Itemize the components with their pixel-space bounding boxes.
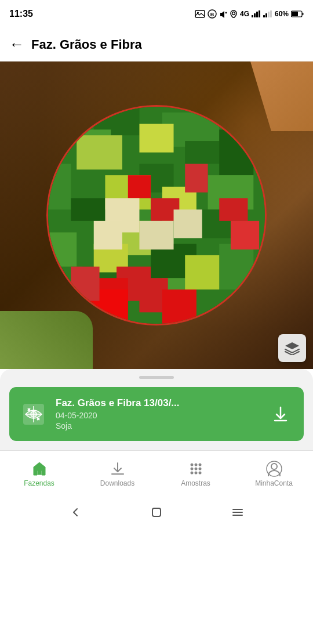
home-system-button[interactable] (147, 503, 166, 522)
svg-point-61 (31, 411, 37, 417)
svg-rect-68 (38, 470, 41, 475)
layers-button[interactable] (278, 334, 306, 362)
bottom-navigation: Fazendas Downloads (0, 450, 313, 497)
minha-conta-label: MinhaConta (255, 479, 293, 487)
svg-rect-47 (162, 290, 196, 324)
svg-rect-11 (263, 15, 265, 17)
sheet-handle (139, 376, 174, 379)
card-title: Faz. Grãos e Fibra 13/03/... (56, 397, 260, 409)
svg-point-76 (198, 467, 201, 470)
amostras-icon (188, 461, 204, 477)
svg-rect-14 (270, 10, 272, 17)
satellite-icon (21, 401, 46, 427)
svg-rect-12 (265, 13, 267, 17)
top-bar: ← Faz. Grãos e Fibra (0, 28, 313, 61)
svg-rect-7 (252, 15, 253, 17)
nav-item-minha-conta[interactable]: MinhaConta (235, 461, 313, 487)
svg-rect-53 (231, 221, 259, 249)
back-system-icon (70, 506, 81, 518)
svg-rect-57 (174, 209, 202, 238)
download-card[interactable]: Faz. Grãos e Fibra 13/03/... 04-05-2020 … (9, 387, 304, 441)
amostras-label: Amostras (181, 479, 210, 487)
minha-conta-icon (266, 461, 282, 477)
fazendas-icon (31, 461, 48, 477)
bottom-sheet: Faz. Grãos e Fibra 13/03/... 04-05-2020 … (0, 369, 313, 450)
download-icon (271, 405, 290, 424)
layers-icon (284, 341, 300, 355)
card-info: Faz. Grãos e Fibra 13/03/... 04-05-2020 … (56, 397, 260, 430)
b-icon: B (208, 9, 217, 19)
svg-rect-8 (254, 13, 256, 17)
svg-rect-28 (71, 198, 105, 220)
svg-rect-37 (139, 124, 173, 153)
svg-rect-16 (292, 12, 298, 16)
status-time: 11:35 (9, 9, 33, 19)
svg-rect-55 (139, 221, 173, 249)
download-button[interactable] (269, 403, 292, 426)
svg-point-6 (232, 12, 235, 15)
back-button[interactable]: ← (9, 35, 24, 53)
svg-rect-9 (256, 12, 258, 17)
svg-point-79 (198, 471, 201, 474)
mute-icon (219, 10, 227, 18)
signal-bars (252, 10, 261, 17)
page-title: Faz. Grãos e Fibra (31, 37, 142, 52)
downloads-icon (110, 461, 126, 477)
card-crop: Soja (56, 421, 260, 430)
map-view[interactable] (0, 61, 313, 369)
ndvi-svg (48, 107, 265, 324)
svg-point-73 (198, 463, 201, 466)
svg-rect-13 (268, 12, 270, 17)
fazendas-label: Fazendas (24, 479, 54, 487)
card-date: 04-05-2020 (56, 411, 260, 420)
satellite-dish-icon (21, 401, 46, 427)
svg-rect-17 (303, 13, 304, 15)
back-system-button[interactable] (66, 503, 85, 522)
nav-item-downloads[interactable]: Downloads (78, 461, 156, 487)
field-bottom-left (0, 311, 93, 369)
status-icons: B 4G 60% (195, 9, 304, 19)
recents-system-button[interactable] (228, 503, 247, 522)
svg-point-72 (194, 463, 197, 466)
svg-point-78 (194, 471, 197, 474)
home-system-icon (151, 506, 162, 518)
gallery-icon (195, 10, 205, 18)
svg-point-75 (194, 467, 197, 470)
downloads-label: Downloads (100, 479, 134, 487)
svg-rect-36 (77, 135, 122, 169)
battery-icon (291, 10, 304, 17)
svg-point-77 (190, 471, 193, 474)
recents-system-icon (231, 506, 244, 518)
status-bar: 11:35 B 4G (0, 0, 313, 28)
svg-text:B: B (210, 12, 214, 17)
svg-rect-51 (185, 164, 208, 192)
svg-rect-82 (152, 508, 161, 516)
system-nav-bar (0, 497, 313, 528)
signal-bars-2 (263, 10, 272, 17)
svg-rect-42 (185, 255, 219, 290)
svg-rect-56 (94, 221, 122, 249)
svg-rect-50 (128, 175, 151, 198)
nav-item-amostras[interactable]: Amostras (156, 461, 235, 487)
nav-item-fazendas[interactable]: Fazendas (0, 461, 78, 487)
svg-point-80 (271, 464, 277, 469)
ndvi-overlay (46, 105, 267, 325)
battery-text: 60% (275, 10, 289, 18)
svg-point-74 (190, 467, 193, 470)
svg-point-71 (190, 463, 193, 466)
svg-rect-10 (259, 10, 260, 17)
svg-rect-52 (219, 198, 248, 220)
signal-text: 4G (240, 10, 249, 18)
location-icon (230, 10, 238, 18)
